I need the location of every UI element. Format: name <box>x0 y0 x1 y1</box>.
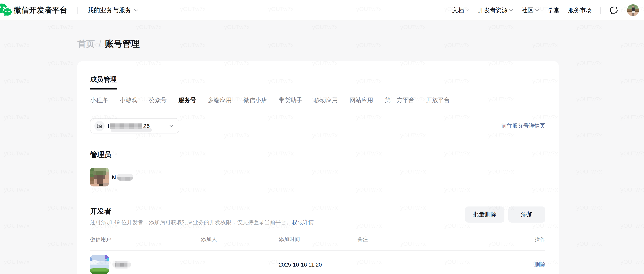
workspace-menu[interactable]: 我的业务与服务 <box>88 6 138 14</box>
admin-section: 管理员 <box>90 150 545 186</box>
account-management-card: 成员管理 小程序 小游戏 公众号 服务号 多端应用 微信小店 带货助手 移动应用… <box>77 61 559 274</box>
col-header-remark: 备注 <box>358 236 472 243</box>
chat-sparkle-icon <box>609 6 618 15</box>
header-divider <box>600 7 601 14</box>
tab-wechat-store[interactable]: 微信小店 <box>243 96 267 104</box>
added-time-cell: 2025-10-16 11:20 <box>279 262 358 268</box>
batch-delete-button[interactable]: 批量删除 <box>465 206 504 223</box>
ai-chat-button[interactable] <box>609 5 618 15</box>
col-header-wechat-user: 微信用户 <box>90 236 201 243</box>
tab-multi-platform-app[interactable]: 多端应用 <box>208 96 232 104</box>
developer-name-redaction <box>112 261 131 269</box>
chevron-down-icon <box>535 9 539 11</box>
nav-label: 社区 <box>522 6 534 14</box>
admin-name-visible: N <box>112 174 116 180</box>
developer-section-subtitle: 还可添加 49 位开发者，添加后可获取对应业务的开发权限，仅支持登录当前平台。权… <box>90 219 314 226</box>
action-cell: 删除 <box>472 261 545 268</box>
remark-cell: - <box>358 262 472 268</box>
add-developer-button[interactable]: 添加 <box>508 206 545 223</box>
col-header-added-time: 添加时间 <box>279 236 358 243</box>
tab-third-party-platform[interactable]: 第三方平台 <box>385 96 414 104</box>
delete-link[interactable]: 删除 <box>534 261 545 267</box>
nav-item-developer-resources[interactable]: 开发者资源 <box>478 6 513 14</box>
chevron-down-icon <box>169 124 174 127</box>
workspace-menu-label: 我的业务与服务 <box>88 6 132 14</box>
developer-section-header: 开发者 还可添加 49 位开发者，添加后可获取对应业务的开发权限，仅支持登录当前… <box>90 206 545 226</box>
breadcrumb: 首页 / 账号管理 <box>78 38 644 50</box>
tab-livestream-assistant[interactable]: 带货助手 <box>279 96 302 104</box>
nav-item-service-market[interactable]: 服务市场 <box>568 6 592 14</box>
account-name-suffix: 26 <box>143 118 150 134</box>
tab-official-account[interactable]: 公众号 <box>149 96 167 104</box>
service-account-dropdown[interactable]: t 26 <box>90 118 179 134</box>
wechat-user-cell <box>90 255 201 274</box>
chevron-down-icon <box>466 9 470 11</box>
header-left: 微信开发者平台 我的业务与服务 <box>0 3 138 17</box>
wechat-developer-platform-page: 微信开发者平台 我的业务与服务 文档 开发者资源 社区 学堂 <box>0 0 644 274</box>
account-name-redaction <box>110 123 142 129</box>
table-header-row: 微信用户 添加人 添加时间 备注 操作 <box>90 236 545 251</box>
developer-buttons: 批量删除 添加 <box>465 206 545 223</box>
col-header-action: 操作 <box>472 236 545 243</box>
developer-section-title: 开发者 <box>90 206 314 216</box>
user-avatar[interactable] <box>627 4 639 16</box>
developer-section-titles: 开发者 还可添加 49 位开发者，添加后可获取对应业务的开发权限，仅支持登录当前… <box>90 206 314 226</box>
nav-label: 服务市场 <box>568 6 592 14</box>
account-name-prefix: t <box>108 118 109 134</box>
account-type-icon <box>94 121 104 131</box>
nav-label: 学堂 <box>548 6 560 14</box>
tab-mini-program[interactable]: 小程序 <box>90 96 108 104</box>
brand-title: 微信开发者平台 <box>14 5 68 15</box>
col-header-added-by: 添加人 <box>201 236 279 243</box>
developer-table: 微信用户 添加人 添加时间 备注 操作 <box>90 236 545 274</box>
breadcrumb-separator: / <box>99 39 101 49</box>
permission-detail-link[interactable]: 权限详情 <box>292 219 314 225</box>
tab-mini-game[interactable]: 小游戏 <box>120 96 137 104</box>
goto-service-account-detail-link[interactable]: 前往服务号详情页 <box>501 122 545 129</box>
page-body: 首页 / 账号管理 成员管理 小程序 小游戏 公众号 服务号 多端应用 微信小店… <box>0 38 644 274</box>
admin-avatar <box>90 168 109 186</box>
nav-label: 开发者资源 <box>478 6 508 14</box>
header-right-nav: 文档 开发者资源 社区 学堂 服务市场 <box>452 4 639 16</box>
user-avatar-photo <box>627 4 639 16</box>
account-selector-row: t 26 前往服务号详情页 <box>90 118 545 134</box>
admin-name-redaction <box>117 174 133 180</box>
admin-name: N <box>112 174 133 180</box>
top-header: 微信开发者平台 我的业务与服务 文档 开发者资源 社区 学堂 <box>0 0 644 21</box>
chevron-down-icon <box>509 9 513 11</box>
developer-avatar <box>90 255 109 274</box>
table-row: 2025-10-16 11:20 - 删除 <box>90 251 545 274</box>
tab-mobile-app[interactable]: 移动应用 <box>314 96 338 104</box>
nav-item-community[interactable]: 社区 <box>522 6 539 14</box>
admin-row: N <box>90 168 545 186</box>
nav-item-docs[interactable]: 文档 <box>452 6 470 14</box>
tab-open-platform[interactable]: 开放平台 <box>426 96 450 104</box>
nav-item-academy[interactable]: 学堂 <box>548 6 560 14</box>
tab-member-management[interactable]: 成员管理 <box>90 75 117 90</box>
account-type-tabs: 小程序 小游戏 公众号 服务号 多端应用 微信小店 带货助手 移动应用 网站应用… <box>90 96 545 104</box>
breadcrumb-home-link[interactable]: 首页 <box>78 38 95 50</box>
nav-label: 文档 <box>452 6 464 14</box>
developer-subtitle-text: 还可添加 49 位开发者，添加后可获取对应业务的开发权限，仅支持登录当前平台。 <box>90 219 292 225</box>
admin-section-title: 管理员 <box>90 150 545 159</box>
tab-website-app[interactable]: 网站应用 <box>350 96 373 104</box>
chevron-down-icon <box>134 9 138 11</box>
wechat-logo-icon <box>0 3 12 17</box>
selected-account: t 26 <box>108 118 150 134</box>
header-divider <box>77 7 78 14</box>
page-title: 账号管理 <box>105 38 140 50</box>
tab-service-account[interactable]: 服务号 <box>178 96 196 104</box>
